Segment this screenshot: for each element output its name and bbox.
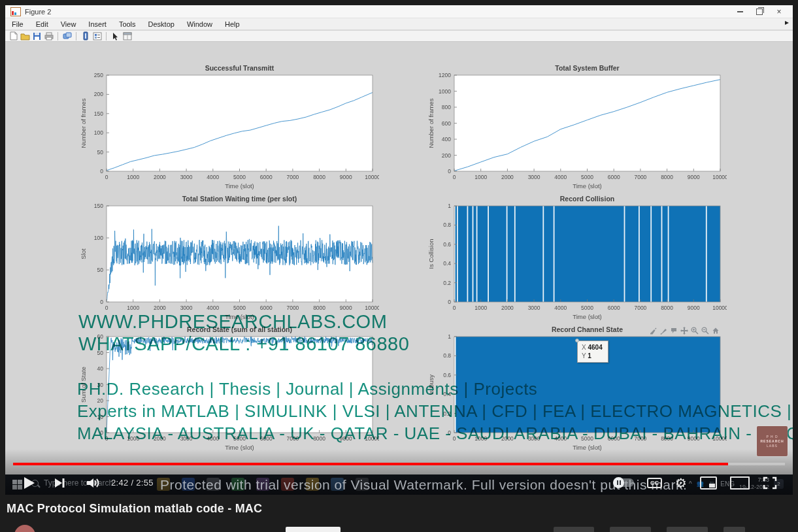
menu-edit[interactable]: Edit	[36, 20, 48, 28]
svg-text:50: 50	[97, 267, 104, 273]
new-figure-icon[interactable]	[8, 31, 18, 41]
progress-bar[interactable]	[13, 463, 785, 465]
next-icon	[54, 477, 65, 489]
svg-text:0.8: 0.8	[443, 222, 451, 228]
svg-text:8000: 8000	[313, 305, 325, 311]
svg-text:3000: 3000	[180, 305, 193, 311]
captions-button[interactable]: CC	[647, 478, 662, 488]
matlab-figure-icon	[10, 7, 21, 16]
edit-plot-cursor-icon[interactable]	[110, 31, 120, 41]
pan-icon[interactable]	[680, 327, 688, 335]
menu-window[interactable]: Window	[187, 20, 212, 28]
svg-text:0.8: 0.8	[443, 352, 451, 359]
watermark-whatsapp: WHATSAPP/CALL : +91 86107 86880	[78, 333, 409, 355]
brush-icon[interactable]	[659, 327, 667, 335]
svg-text:0: 0	[105, 305, 108, 311]
play-button[interactable]	[22, 476, 35, 490]
progress-played	[13, 463, 728, 465]
action-button-partial[interactable]	[723, 527, 745, 532]
svg-text:10000: 10000	[712, 305, 727, 311]
insert-legend-icon[interactable]	[92, 31, 102, 41]
svg-text:3000: 3000	[528, 174, 540, 180]
data-tip: X 4604 Y 1	[577, 341, 608, 363]
menu-help[interactable]: Help	[225, 20, 240, 28]
svg-text:9000: 9000	[688, 174, 700, 180]
export-icon[interactable]	[649, 327, 657, 335]
menu-overflow-icon[interactable]	[785, 21, 789, 25]
menu-view[interactable]: View	[61, 20, 76, 28]
watermark-countries: MALAYSIA - AUSTRALIA - UK - QATAR - UAE …	[77, 424, 793, 444]
datatip-icon[interactable]	[670, 327, 678, 335]
figure-toolbar	[5, 31, 793, 42]
link-plot-icon[interactable]	[62, 31, 72, 41]
action-button-partial[interactable]	[554, 527, 594, 532]
action-button-partial[interactable]	[610, 527, 651, 532]
svg-text:200: 200	[442, 152, 451, 159]
chart-successful-transmit: 0100020003000400050006000700080009000100…	[78, 62, 379, 193]
svg-text:1000: 1000	[474, 305, 487, 311]
settings-gear-icon[interactable]: ⚙	[675, 476, 687, 490]
theater-mode-button[interactable]	[730, 476, 750, 490]
svg-text:Time (slot): Time (slot)	[225, 182, 254, 190]
autoplay-toggle[interactable]	[613, 478, 634, 487]
svg-text:9000: 9000	[688, 305, 700, 311]
fullscreen-button[interactable]	[763, 476, 777, 490]
minimize-icon	[737, 11, 743, 12]
svg-text:1000: 1000	[127, 174, 139, 180]
restore-view-icon[interactable]	[712, 327, 720, 335]
video-player-surface[interactable]: Figure 2 × FileEditViewInsertToolsDeskto…	[5, 5, 793, 495]
svg-text:100: 100	[94, 235, 103, 241]
svg-text:1000: 1000	[439, 88, 451, 95]
autoplay-pause-icon	[613, 477, 624, 488]
chart-total-system-buffer: 0100020003000400050006000700080009000100…	[426, 62, 727, 193]
next-button[interactable]	[54, 477, 65, 489]
svg-text:5000: 5000	[581, 305, 593, 311]
svg-text:250: 250	[94, 72, 103, 78]
svg-text:8000: 8000	[661, 305, 673, 311]
save-figure-icon[interactable]	[32, 31, 42, 41]
restore-button[interactable]	[752, 7, 767, 16]
subscribe-button-partial[interactable]	[286, 527, 341, 532]
svg-text:2000: 2000	[501, 305, 514, 311]
close-button[interactable]: ×	[772, 7, 786, 16]
svg-text:0.4: 0.4	[443, 260, 451, 267]
svg-text:7000: 7000	[634, 174, 646, 180]
svg-text:0: 0	[448, 299, 451, 305]
menu-file[interactable]: File	[12, 20, 24, 28]
svg-text:Record Collision: Record Collision	[560, 195, 614, 203]
logo-line: RESEARCH	[760, 439, 784, 443]
svg-text:150: 150	[94, 203, 103, 209]
channel-avatar[interactable]	[14, 525, 35, 532]
svg-text:Successful Transmitt: Successful Transmitt	[205, 64, 274, 72]
svg-text:150: 150	[94, 110, 103, 117]
minimize-button[interactable]	[733, 7, 747, 16]
svg-text:Time (slot): Time (slot)	[573, 444, 602, 451]
menu-insert[interactable]: Insert	[88, 20, 107, 28]
action-button-partial[interactable]	[667, 527, 708, 532]
svg-text:200: 200	[94, 91, 103, 97]
insert-colorbar-icon[interactable]	[80, 31, 90, 41]
menu-tools[interactable]: Tools	[119, 20, 136, 28]
watermark-website: WWW.PHDRESEARCHLABS.COM	[78, 311, 387, 333]
volume-button[interactable]	[86, 477, 101, 489]
svg-text:2000: 2000	[154, 174, 166, 180]
open-file-icon[interactable]	[20, 31, 30, 41]
svg-text:Slot: Slot	[80, 248, 87, 259]
zoom-in-icon[interactable]	[691, 327, 699, 335]
print-figure-icon[interactable]	[44, 31, 54, 41]
svg-text:10000: 10000	[712, 174, 727, 180]
menu-desktop[interactable]: Desktop	[148, 20, 175, 28]
watermark-services: PH.D. Research | Thesis | Journal | Assi…	[77, 379, 537, 399]
svg-text:0.6: 0.6	[443, 241, 451, 248]
property-inspector-icon[interactable]	[122, 31, 132, 41]
svg-text:0: 0	[453, 174, 456, 180]
svg-text:9000: 9000	[340, 174, 352, 180]
svg-text:7000: 7000	[286, 305, 299, 311]
svg-text:6000: 6000	[260, 174, 273, 180]
svg-text:0: 0	[448, 168, 451, 175]
svg-text:8000: 8000	[313, 174, 325, 180]
figure-window-titlebar: Figure 2 ×	[5, 5, 793, 18]
zoom-out-icon[interactable]	[701, 327, 709, 335]
miniplayer-button[interactable]	[700, 476, 717, 490]
svg-text:5000: 5000	[233, 305, 246, 311]
